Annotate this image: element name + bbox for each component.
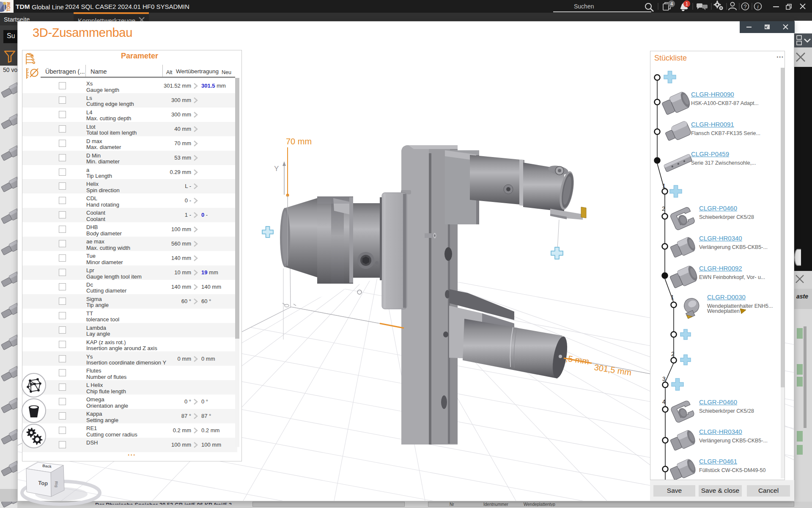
svg-text:1: 1	[671, 294, 674, 301]
svg-text:4: 4	[662, 398, 666, 405]
svg-text:?: ?	[743, 3, 746, 10]
svg-text:Y: Y	[274, 165, 279, 173]
svg-text:1: 1	[686, 1, 688, 6]
svg-text:TDM: TDM	[6, 2, 11, 11]
svg-text:2: 2	[671, 351, 675, 357]
svg-text:Rig: Rig	[54, 481, 59, 488]
svg-text:1: 1	[662, 182, 666, 189]
svg-text:2: 2	[662, 205, 665, 212]
svg-text:70 mm: 70 mm	[286, 137, 312, 146]
svg-text:,5 mm: ,5 mm	[565, 353, 590, 366]
svg-text:4: 4	[670, 1, 673, 6]
svg-text:3: 3	[662, 375, 666, 382]
svg-text:i: i	[757, 3, 759, 10]
svg-text:301,5 mm: 301,5 mm	[593, 362, 632, 377]
svg-text:Top: Top	[38, 480, 48, 487]
